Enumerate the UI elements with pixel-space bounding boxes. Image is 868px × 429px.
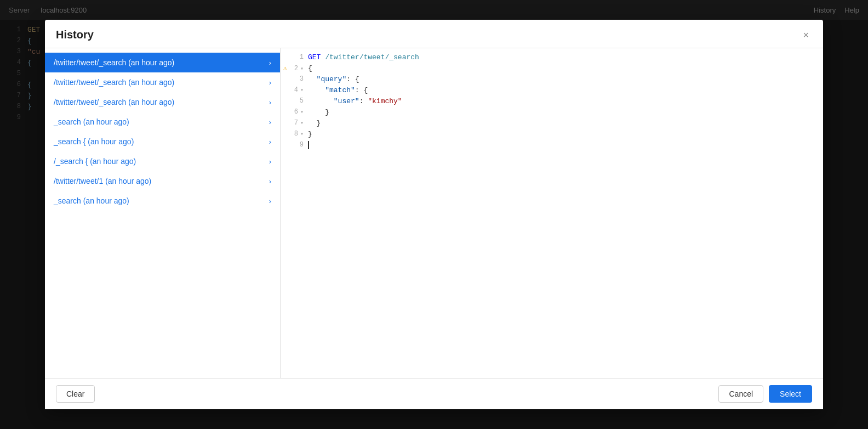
code-preview: 1GET /twitter/tweet/_search⚠2▾{3 "query"… <box>281 48 823 378</box>
cancel-button[interactable]: Cancel <box>718 385 763 403</box>
history-list-item[interactable]: /twitter/tweet/_search (an hour ago)› <box>45 53 280 72</box>
history-arrow-icon: › <box>269 197 271 205</box>
warning-icon: ⚠ <box>283 64 287 72</box>
history-list: /twitter/tweet/_search (an hour ago)›/tw… <box>45 48 281 378</box>
code-line-gutter: ⚠2▾ <box>281 64 308 72</box>
code-line-gutter: 4▾ <box>281 86 308 94</box>
close-button[interactable]: × <box>800 29 812 41</box>
code-line-gutter: 7▾ <box>281 119 308 127</box>
history-item-label: /twitter/tweet/1 (an hour ago) <box>54 177 265 185</box>
code-line-content: GET /twitter/tweet/_search <box>308 53 823 61</box>
code-editor: 1GET /twitter/tweet/_search⚠2▾{3 "query"… <box>281 48 823 378</box>
history-list-item[interactable]: _search (an hour ago)› <box>45 112 280 132</box>
code-line-content: { <box>308 64 823 72</box>
line-number: 8 <box>289 130 298 138</box>
history-arrow-icon: › <box>269 138 271 146</box>
code-line: 7▾ } <box>281 118 823 129</box>
code-line: 4▾ "match": { <box>281 86 823 97</box>
footer-right-buttons: Cancel Select <box>718 385 812 403</box>
history-item-label: /twitter/tweet/_search (an hour ago) <box>54 78 265 87</box>
modal-title: History <box>56 29 94 41</box>
code-line: 9 <box>281 140 823 151</box>
history-list-item[interactable]: _search (an hour ago)› <box>45 191 280 211</box>
history-arrow-icon: › <box>269 59 271 67</box>
fold-toggle[interactable]: ▾ <box>300 131 304 137</box>
modal-body: /twitter/tweet/_search (an hour ago)›/tw… <box>45 48 823 378</box>
modal-footer: Clear Cancel Select <box>45 378 823 409</box>
line-number: 9 <box>295 141 304 149</box>
modal-header: History × <box>45 20 823 48</box>
fold-toggle[interactable]: ▾ <box>300 120 304 126</box>
fold-toggle[interactable]: ▾ <box>300 109 304 115</box>
history-arrow-icon: › <box>269 118 271 126</box>
history-list-item[interactable]: /twitter/tweet/1 (an hour ago)› <box>45 171 280 191</box>
fold-toggle[interactable]: ▾ <box>300 87 304 93</box>
select-button[interactable]: Select <box>769 385 812 403</box>
code-line-gutter: 5 <box>281 97 308 105</box>
line-number: 4 <box>289 86 298 94</box>
history-item-label: /twitter/tweet/_search (an hour ago) <box>54 58 265 67</box>
clear-button[interactable]: Clear <box>56 385 95 403</box>
history-list-item[interactable]: /_search { (an hour ago)› <box>45 151 280 171</box>
code-line: 5 "user": "kimchy" <box>281 97 823 108</box>
history-item-label: _search { (an hour ago) <box>54 137 265 146</box>
code-line-content: "user": "kimchy" <box>308 97 823 105</box>
history-item-label: _search (an hour ago) <box>54 117 265 126</box>
line-number: 1 <box>295 53 304 61</box>
line-number: 2 <box>289 65 298 72</box>
line-number: 6 <box>289 108 298 116</box>
line-number: 5 <box>295 97 304 105</box>
code-line-content: } <box>308 119 823 127</box>
code-line-content: } <box>308 108 823 116</box>
code-line-gutter: 1 <box>281 53 308 61</box>
history-arrow-icon: › <box>269 98 271 106</box>
history-arrow-icon: › <box>269 78 271 87</box>
code-line-content: "query": { <box>308 75 823 83</box>
line-number: 3 <box>295 75 304 83</box>
code-line-gutter: 6▾ <box>281 108 308 116</box>
fold-toggle[interactable]: ▾ <box>300 65 304 72</box>
history-item-label: /_search { (an hour ago) <box>54 157 265 166</box>
code-line: 3 "query": { <box>281 75 823 86</box>
history-arrow-icon: › <box>269 177 271 185</box>
history-list-item[interactable]: _search { (an hour ago)› <box>45 132 280 151</box>
history-modal: History × /twitter/tweet/_search (an hou… <box>45 20 823 409</box>
history-item-label: /twitter/tweet/_search (an hour ago) <box>54 98 265 106</box>
code-line-gutter: 3 <box>281 75 308 83</box>
code-line-gutter: 9 <box>281 141 308 149</box>
history-list-item[interactable]: /twitter/tweet/_search (an hour ago)› <box>45 72 280 92</box>
code-line-content <box>308 141 823 149</box>
cursor <box>308 141 313 149</box>
history-arrow-icon: › <box>269 157 271 166</box>
code-line: 1GET /twitter/tweet/_search <box>281 53 823 64</box>
code-line-gutter: 8▾ <box>281 130 308 138</box>
history-list-item[interactable]: /twitter/tweet/_search (an hour ago)› <box>45 92 280 112</box>
modal-overlay: History × /twitter/tweet/_search (an hou… <box>0 0 868 429</box>
code-line: 8▾} <box>281 129 823 140</box>
code-line-content: } <box>308 130 823 138</box>
code-line-content: "match": { <box>308 86 823 94</box>
code-line: ⚠2▾{ <box>281 64 823 75</box>
history-item-label: _search (an hour ago) <box>54 196 265 205</box>
line-number: 7 <box>289 119 298 127</box>
code-line: 6▾ } <box>281 108 823 118</box>
